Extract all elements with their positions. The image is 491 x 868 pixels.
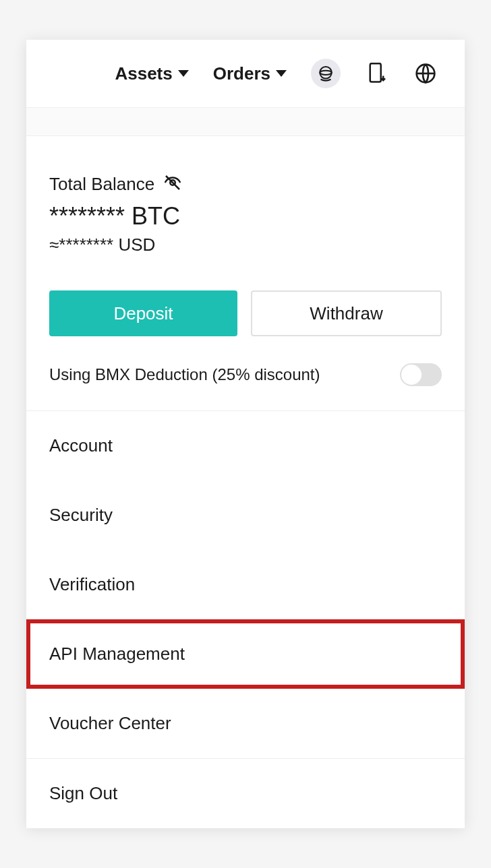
orders-label: Orders [213,63,270,84]
spacer-strip [26,108,465,136]
account-dropdown-panel: Assets Orders [26,40,465,828]
menu-item-verification[interactable]: Verification [26,550,465,619]
balance-primary-value: ******** [49,202,125,230]
account-menu: Account Security Verification API Manage… [26,411,465,828]
balance-primary-unit: BTC [132,202,180,230]
mobile-download-button[interactable] [365,61,389,86]
avatar-icon [316,63,336,84]
balance-secondary-value: ******** [59,235,113,255]
assets-dropdown[interactable]: Assets [115,63,188,84]
globe-icon [415,63,436,84]
total-balance-label: Total Balance [49,174,154,195]
balance-section: Total Balance ******** BTC ≈******** USD [26,136,465,270]
top-navigation: Assets Orders [26,40,465,108]
menu-label: API Management [49,644,185,664]
menu-item-security[interactable]: Security [26,480,465,550]
assets-label: Assets [115,63,172,84]
language-button[interactable] [413,61,438,86]
deposit-button[interactable]: Deposit [49,290,237,336]
balance-secondary-unit: USD [118,235,155,255]
deposit-label: Deposit [113,303,173,324]
balance-secondary: ≈******** USD [49,235,442,255]
menu-label: Verification [49,574,135,594]
menu-item-voucher-center[interactable]: Voucher Center [26,689,465,758]
menu-label: Security [49,505,113,525]
mobile-download-icon [368,63,386,84]
toggle-knob [401,365,422,385]
withdraw-button[interactable]: Withdraw [251,290,442,336]
bmx-deduction-label: Using BMX Deduction (25% discount) [49,365,320,384]
svg-point-0 [320,67,332,79]
menu-item-account[interactable]: Account [26,411,465,480]
action-buttons: Deposit Withdraw [26,270,465,350]
profile-avatar[interactable] [311,59,341,88]
approx-symbol: ≈ [49,235,59,255]
withdraw-label: Withdraw [310,303,382,324]
menu-item-sign-out[interactable]: Sign Out [26,759,465,828]
menu-item-api-management[interactable]: API Management [26,619,465,689]
bmx-deduction-row: Using BMX Deduction (25% discount) [26,350,465,411]
svg-point-1 [320,71,332,75]
menu-label: Voucher Center [49,713,171,733]
svg-rect-2 [370,63,381,82]
balance-primary: ******** BTC [49,202,442,230]
eye-off-icon [163,173,183,193]
orders-dropdown[interactable]: Orders [213,63,287,84]
menu-label: Sign Out [49,783,117,803]
bmx-deduction-toggle[interactable] [400,363,442,386]
caret-down-icon [178,70,189,77]
visibility-toggle[interactable] [163,173,183,195]
caret-down-icon [276,70,287,77]
menu-label: Account [49,435,113,456]
